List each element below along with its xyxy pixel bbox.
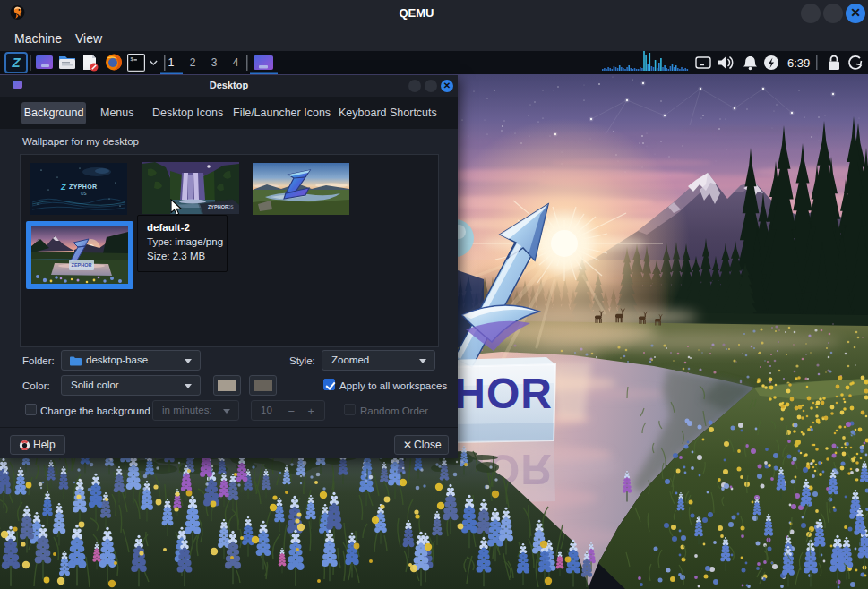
svg-text:ZYPHOR: ZYPHOR <box>208 204 228 209</box>
svg-text:3: 3 <box>211 56 218 69</box>
svg-text:$: $ <box>131 56 134 63</box>
svg-text:4: 4 <box>233 56 239 69</box>
svg-text:Z: Z <box>60 183 66 192</box>
svg-text:ZEPHOR: ZEPHOR <box>72 262 92 268</box>
svg-text:1: 1 <box>168 56 175 69</box>
svg-text:OS: OS <box>228 205 234 209</box>
svg-text:2: 2 <box>190 56 196 69</box>
svg-text:6:39: 6:39 <box>787 56 810 70</box>
svg-text:Z: Z <box>11 55 21 70</box>
svg-text:ZYPHOR: ZYPHOR <box>69 184 98 190</box>
svg-text:OS: OS <box>81 192 87 196</box>
